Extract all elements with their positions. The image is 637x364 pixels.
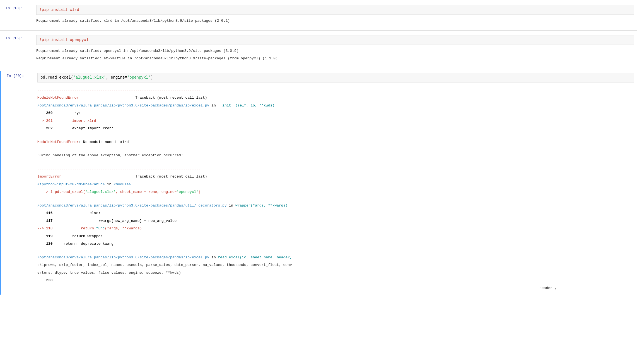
- cell-13-content: !pip install xlrd Requirement already sa…: [33, 3, 637, 28]
- arrow-line-1: ----> 1 pd.read_excel('aluguel.xlsx', sh…: [37, 188, 634, 196]
- cell-13-code: !pip install xlrd: [39, 7, 631, 13]
- pip-command-2: !pip install openpyxl: [39, 38, 88, 42]
- cell-20-input[interactable]: pd.read_excel('aluguel.xlsx', engine='op…: [37, 73, 634, 82]
- error-header-1: ModuleNotFoundError Traceback (most rece…: [37, 94, 634, 102]
- cell-16: In [16]: !pip install openpyxl Requireme…: [0, 33, 637, 66]
- ipython-input: <ipython-input-20-dd50b4e7ab5c> in <modu…: [37, 181, 634, 188]
- cell-13-output-text: Requirement already satisfied: xlrd in /…: [36, 17, 634, 25]
- func-sig-line2: skiprows, skip_footer, index_col, names,…: [37, 261, 634, 269]
- cell-20-label: In [20]:: [1, 71, 35, 81]
- error-separator: ----------------------------------------…: [37, 86, 634, 94]
- cell-13-output: Requirement already satisfied: xlrd in /…: [36, 16, 634, 26]
- error-filepath-3: /opt/anaconda3/envs/alura_pandas/lib/pyt…: [37, 254, 634, 261]
- cell-13: In [13]: !pip install xlrd Requirement a…: [0, 3, 637, 28]
- notebook: In [13]: !pip install xlrd Requirement a…: [0, 0, 637, 300]
- module-not-found-msg: ModuleNotFoundError: No module named 'xl…: [37, 138, 634, 146]
- code-line-228: 228: [37, 276, 634, 284]
- code-line-117: 117 kwargs[new_arg_name] = new_arg_value: [37, 217, 634, 225]
- code-line-262: 262 except ImportError:: [37, 125, 634, 132]
- code-line-261: --> 261 import xlrd: [37, 117, 634, 125]
- pip-command: !pip install xlrd: [39, 8, 79, 12]
- header-comma: header ,: [539, 284, 557, 292]
- cell-16-label: In [16]:: [0, 33, 33, 43]
- cell-20-code: pd.read_excel('aluguel.xlsx', engine='op…: [40, 75, 631, 81]
- cell-20-output: ----------------------------------------…: [37, 84, 634, 293]
- cell-16-output-text-2: Requirement already satisfied: et-xmlfil…: [36, 55, 634, 62]
- cell-13-label: In [13]:: [0, 3, 33, 13]
- divider-1: [0, 30, 637, 31]
- error-header-2: ImportError Traceback (most recent call …: [37, 173, 634, 181]
- code-line-118: --> 118 return func(*args, **kwargs): [37, 225, 634, 232]
- error-filepath-1: /opt/anaconda3/envs/alura_pandas/lib/pyt…: [37, 102, 634, 110]
- cell-20: In [20]: pd.read_excel('aluguel.xlsx', e…: [0, 71, 637, 295]
- code-line-116: 116 else:: [37, 209, 634, 217]
- cell-16-code: !pip install openpyxl: [39, 37, 631, 43]
- error-filepath-2: /opt/anaconda3/envs/alura_pandas/lib/pyt…: [37, 202, 634, 210]
- func-sig-line3: erters, dtype, true_values, false_values…: [37, 269, 634, 277]
- code-line-119: 119 return wrapper: [37, 232, 634, 240]
- code-line-120: 120 return _deprecate_kwarg: [37, 240, 634, 248]
- cell-16-input[interactable]: !pip install openpyxl: [36, 35, 634, 45]
- cell-16-content: !pip install openpyxl Requirement alread…: [33, 33, 637, 65]
- during-handling: During handling of the above exception, …: [37, 152, 634, 159]
- divider-2: [0, 68, 637, 68]
- cell-16-output-text-1: Requirement already satisfied: openpyxl …: [36, 47, 634, 55]
- cell-20-content: pd.read_excel('aluguel.xlsx', engine='op…: [35, 71, 637, 295]
- cell-13-input[interactable]: !pip install xlrd: [36, 5, 634, 15]
- error-separator-2: ----------------------------------------…: [37, 165, 634, 173]
- code-line-260: 260 try:: [37, 109, 634, 117]
- cell-16-output: Requirement already satisfied: openpyxl …: [36, 46, 634, 64]
